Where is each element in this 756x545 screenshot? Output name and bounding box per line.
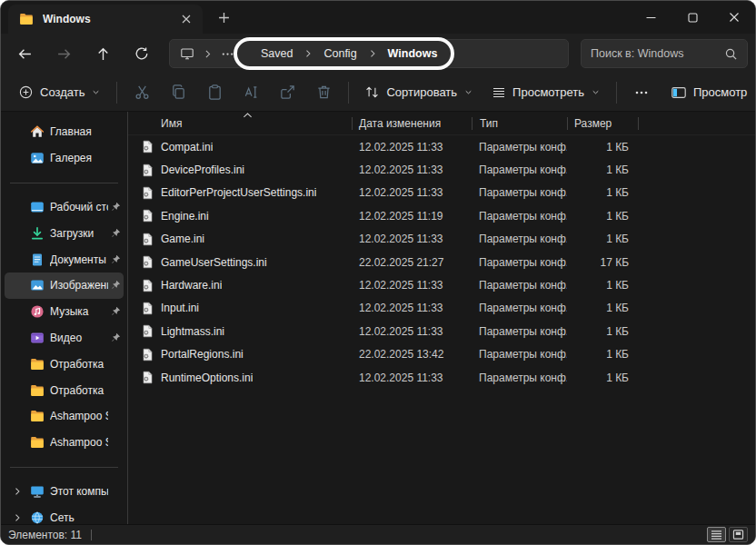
file-name: GameUserSettings.ini	[161, 256, 267, 269]
sidebar-item[interactable]: Загрузки	[5, 220, 124, 246]
address-bar[interactable]: SavedConfigWindows	[169, 39, 569, 68]
file-row[interactable]: Hardware.ini12.02.2025 11:33Параметры ко…	[128, 273, 755, 296]
forward-icon[interactable]	[47, 39, 80, 68]
status-bar: Элементов: 11	[1, 524, 755, 544]
create-button[interactable]: Создать	[10, 79, 109, 105]
icons-view-button[interactable]	[729, 527, 748, 542]
file-row[interactable]: GameUserSettings.ini22.02.2025 21:27Пара…	[128, 251, 755, 273]
sidebar-item[interactable]: Документы	[5, 246, 124, 272]
column-divider[interactable]	[567, 117, 568, 130]
sort-label: Сортировать	[386, 85, 457, 99]
file-row[interactable]: EditorPerProjectUserSettings.ini12.02.20…	[128, 182, 755, 204]
file-list-header: Имя Дата изменения Тип Размер	[128, 112, 755, 135]
file-type: Параметры конф...	[472, 372, 567, 384]
file-name-cell: GameUserSettings.ini	[128, 255, 352, 269]
search-icon[interactable]	[724, 47, 738, 61]
view-label: Просмотреть	[512, 85, 584, 99]
sidebar-item[interactable]: Главная	[5, 119, 124, 145]
file-row[interactable]: Lightmass.ini12.02.2025 11:33Параметры к…	[128, 320, 755, 342]
file-row[interactable]: Game.ini12.02.2025 11:33Параметры конф..…	[128, 228, 755, 251]
ini-file-icon	[141, 140, 154, 154]
sidebar-item[interactable]: Галерея	[5, 145, 124, 172]
file-size: 1 КБ	[567, 325, 638, 338]
sidebar-item-label: Загрузки	[50, 227, 108, 240]
file-name-cell: Engine.ini	[128, 209, 352, 223]
sidebar-item-label: Ashampoo Snap	[50, 410, 108, 422]
file-list-body: Compat.ini12.02.2025 11:33Параметры конф…	[128, 135, 755, 524]
share-icon[interactable]	[270, 78, 304, 107]
sidebar-item[interactable]: Ashampoo Snap	[5, 403, 124, 430]
sidebar-item[interactable]: Изображени	[5, 272, 124, 299]
chevron-right-icon	[300, 48, 316, 59]
ini-file-icon	[141, 348, 154, 362]
file-row[interactable]: Compat.ini12.02.2025 11:33Параметры конф…	[128, 135, 755, 158]
cut-icon[interactable]	[124, 78, 159, 107]
chevron-right-icon	[199, 48, 216, 60]
search-input[interactable]: Поиск в: Windows	[581, 39, 748, 68]
file-date: 12.02.2025 11:33	[352, 233, 472, 245]
sort-button[interactable]: Сортировать	[356, 79, 482, 105]
explorer-tab[interactable]: Windows	[8, 5, 203, 34]
back-icon[interactable]	[8, 39, 41, 68]
folder-icon	[30, 357, 45, 372]
file-explorer-window: Windows	[0, 0, 756, 545]
sidebar-item[interactable]: Музыка	[5, 299, 124, 325]
sidebar-item[interactable]: Рабочий сто	[5, 194, 124, 221]
file-row[interactable]: PortalRegions.ini22.02.2025 13:42Парамет…	[128, 343, 755, 366]
file-date: 12.02.2025 11:33	[352, 164, 472, 176]
refresh-icon[interactable]	[125, 39, 158, 68]
paste-icon[interactable]	[197, 78, 232, 107]
file-type: Параметры конф...	[472, 164, 567, 176]
ini-file-icon	[141, 279, 154, 292]
minimize-button[interactable]	[630, 1, 671, 34]
sidebar-item-label: Видео	[50, 332, 108, 344]
copy-icon[interactable]	[161, 78, 195, 107]
delete-icon[interactable]	[306, 78, 341, 107]
details-view-button[interactable]	[707, 527, 726, 542]
close-button[interactable]	[713, 1, 755, 34]
file-row[interactable]: Input.ini12.02.2025 11:33Параметры конф.…	[128, 297, 755, 320]
more-icon[interactable]	[624, 78, 659, 107]
column-divider[interactable]	[638, 117, 639, 130]
rename-icon[interactable]	[234, 78, 268, 107]
file-row[interactable]: Engine.ini12.02.2025 11:19Параметры конф…	[128, 204, 755, 227]
sidebar-item[interactable]: Отработка	[5, 377, 124, 403]
new-tab-button[interactable]	[210, 5, 237, 30]
maximize-button[interactable]	[671, 1, 713, 34]
sidebar-item[interactable]: Ashampoo Snap	[5, 430, 124, 456]
file-date: 12.02.2025 11:33	[352, 325, 472, 338]
navigation-bar: SavedConfigWindows Поиск в: Windows	[1, 34, 755, 74]
up-icon[interactable]	[86, 39, 119, 68]
file-date: 12.02.2025 11:33	[352, 279, 472, 292]
toolbar-separator	[116, 82, 117, 104]
column-header-date[interactable]: Дата изменения	[352, 117, 472, 130]
file-row[interactable]: DeviceProfiles.ini12.02.2025 11:33Параме…	[128, 158, 755, 181]
sidebar-item-label: Этот компьюте	[50, 485, 108, 498]
file-size: 17 КБ	[567, 256, 638, 269]
sidebar-item-label: Ashampoo Snap	[50, 436, 108, 449]
file-size: 1 КБ	[567, 186, 638, 199]
view-button[interactable]: Просмотреть	[483, 80, 609, 105]
file-row[interactable]: RuntimeOptions.ini12.02.2025 11:33Параме…	[128, 366, 755, 389]
file-type: Параметры конф...	[472, 141, 567, 154]
column-header-size[interactable]: Размер	[567, 117, 638, 130]
breadcrumb-item[interactable]: Config	[316, 44, 363, 64]
column-divider[interactable]	[352, 117, 353, 130]
sidebar-item[interactable]: Сеть	[5, 504, 124, 524]
breadcrumb-item[interactable]: Saved	[254, 44, 300, 64]
tab-close-icon[interactable]	[177, 10, 195, 28]
preview-button[interactable]: Просмотр	[662, 79, 755, 106]
column-divider[interactable]	[472, 117, 472, 130]
column-header-name[interactable]: Имя	[128, 117, 352, 130]
file-name: Engine.ini	[161, 210, 209, 223]
sidebar-item[interactable]: Видео	[5, 325, 124, 352]
sidebar-item[interactable]: Отработка	[5, 351, 124, 377]
breadcrumb-item[interactable]: Windows	[381, 44, 445, 64]
file-name: EditorPerProjectUserSettings.ini	[161, 186, 316, 199]
ellipsis-icon[interactable]	[216, 47, 239, 61]
sidebar-item[interactable]: Этот компьюте	[5, 479, 124, 505]
plus-circle-icon	[18, 84, 34, 100]
chevron-expand-icon[interactable]	[10, 486, 25, 497]
chevron-expand-icon[interactable]	[10, 512, 25, 523]
column-header-type[interactable]: Тип	[472, 117, 567, 130]
